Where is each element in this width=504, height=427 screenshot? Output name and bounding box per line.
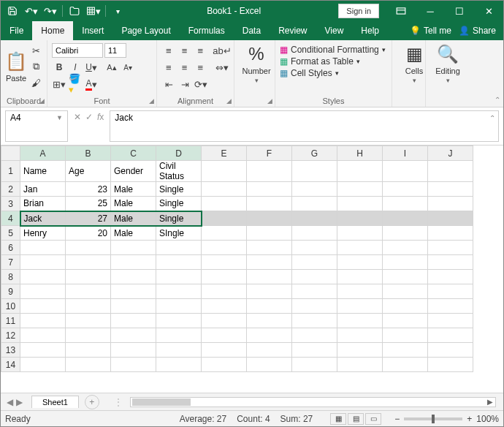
cell[interactable]: 27 — [66, 211, 111, 226]
cell[interactable] — [292, 314, 337, 328]
cell[interactable] — [292, 197, 337, 211]
increase-indent-icon[interactable]: ⇥ — [177, 77, 192, 91]
cell[interactable] — [66, 241, 111, 255]
row-header[interactable]: 11 — [1, 314, 20, 328]
cell[interactable]: Male — [111, 182, 156, 197]
cell[interactable] — [111, 314, 156, 328]
cell[interactable] — [20, 343, 66, 358]
cell[interactable] — [383, 328, 428, 343]
cell[interactable] — [337, 270, 383, 284]
cell[interactable] — [247, 255, 292, 270]
customize-qat-icon[interactable]: ▾ — [110, 4, 125, 18]
cell[interactable]: Civil Status — [156, 161, 202, 182]
orientation-icon[interactable]: ⟳▾ — [194, 77, 208, 91]
cell[interactable] — [337, 358, 383, 372]
row-header[interactable]: 9 — [1, 284, 20, 299]
clipboard-launcher-icon[interactable]: ◢ — [39, 97, 45, 105]
cell[interactable] — [111, 328, 156, 343]
cell[interactable] — [247, 270, 292, 284]
cell[interactable] — [202, 343, 247, 358]
cell[interactable] — [66, 255, 111, 270]
cell[interactable] — [202, 182, 247, 197]
cell[interactable] — [428, 314, 473, 328]
cell[interactable] — [156, 299, 202, 314]
cell[interactable] — [111, 270, 156, 284]
column-header[interactable]: F — [247, 146, 292, 161]
bold-icon[interactable]: B — [52, 60, 66, 75]
cell[interactable] — [202, 197, 247, 211]
insert-function-icon[interactable]: fx — [97, 112, 104, 122]
cell[interactable] — [66, 270, 111, 284]
cell[interactable]: 25 — [66, 197, 111, 211]
scroll-right-icon[interactable]: ▶ — [485, 398, 495, 406]
cell[interactable] — [202, 270, 247, 284]
cell[interactable] — [66, 343, 111, 358]
tell-me-button[interactable]: 💡 Tell me — [410, 26, 451, 36]
alignment-launcher-icon[interactable]: ◢ — [226, 97, 232, 105]
cell[interactable] — [20, 270, 66, 284]
collapse-ribbon-icon[interactable]: ⌃ — [495, 96, 500, 104]
cell[interactable] — [202, 255, 247, 270]
cell[interactable] — [337, 161, 383, 182]
wrap-text-icon[interactable]: ab↵ — [215, 43, 229, 58]
cell[interactable] — [247, 284, 292, 299]
maximize-icon[interactable]: ☐ — [445, 1, 474, 21]
font-size-input[interactable] — [104, 43, 126, 58]
cell[interactable] — [202, 358, 247, 372]
cell[interactable] — [383, 182, 428, 197]
cell[interactable]: Single — [156, 182, 202, 197]
page-break-view-icon[interactable]: ▭ — [365, 413, 381, 425]
cell[interactable] — [292, 284, 337, 299]
number-launcher-icon[interactable]: ◢ — [267, 97, 272, 105]
name-box[interactable]: ▼ — [5, 110, 68, 142]
column-header[interactable]: C — [111, 146, 156, 161]
cell[interactable] — [292, 255, 337, 270]
column-header[interactable]: I — [383, 146, 428, 161]
cell[interactable] — [428, 358, 473, 372]
sheet-tab-sheet1[interactable]: Sheet1 — [31, 396, 79, 408]
column-header[interactable]: E — [202, 146, 247, 161]
tab-home[interactable]: Home — [32, 21, 73, 40]
cell[interactable] — [337, 299, 383, 314]
cell[interactable] — [292, 182, 337, 197]
format-painter-icon[interactable]: 🖌 — [28, 75, 43, 90]
tab-help[interactable]: Help — [352, 21, 388, 40]
cell[interactable]: Single — [156, 197, 202, 211]
cell[interactable] — [156, 241, 202, 255]
cell[interactable] — [337, 197, 383, 211]
column-header[interactable]: A — [20, 146, 66, 161]
cell[interactable] — [337, 255, 383, 270]
cell[interactable] — [383, 343, 428, 358]
cell[interactable] — [337, 343, 383, 358]
select-all-corner[interactable] — [1, 146, 20, 161]
cell[interactable] — [383, 161, 428, 182]
fill-color-icon[interactable]: 🪣▾ — [68, 77, 83, 91]
cell[interactable] — [66, 284, 111, 299]
cell[interactable] — [383, 314, 428, 328]
cell[interactable] — [202, 328, 247, 343]
cell[interactable] — [292, 358, 337, 372]
open-icon[interactable] — [67, 4, 82, 18]
undo-icon[interactable]: ↶▾ — [24, 4, 39, 18]
cell[interactable] — [292, 226, 337, 241]
cell[interactable] — [20, 255, 66, 270]
cell[interactable] — [202, 299, 247, 314]
cell[interactable] — [202, 161, 247, 182]
cell[interactable] — [292, 343, 337, 358]
cell[interactable]: Male — [111, 211, 156, 226]
cell[interactable] — [247, 226, 292, 241]
cell[interactable] — [156, 255, 202, 270]
scroll-thumb[interactable] — [132, 398, 191, 406]
cell[interactable] — [111, 241, 156, 255]
tab-view[interactable]: View — [316, 21, 353, 40]
cell[interactable] — [428, 226, 473, 241]
decrease-font-icon[interactable]: A▾ — [121, 60, 135, 75]
name-box-input[interactable] — [10, 113, 48, 123]
cell[interactable] — [202, 211, 247, 226]
borders-icon[interactable]: ⊞▾ — [52, 77, 66, 91]
cell[interactable] — [20, 328, 66, 343]
cell[interactable] — [111, 299, 156, 314]
cell[interactable] — [111, 255, 156, 270]
cell[interactable] — [383, 226, 428, 241]
cell[interactable] — [247, 314, 292, 328]
